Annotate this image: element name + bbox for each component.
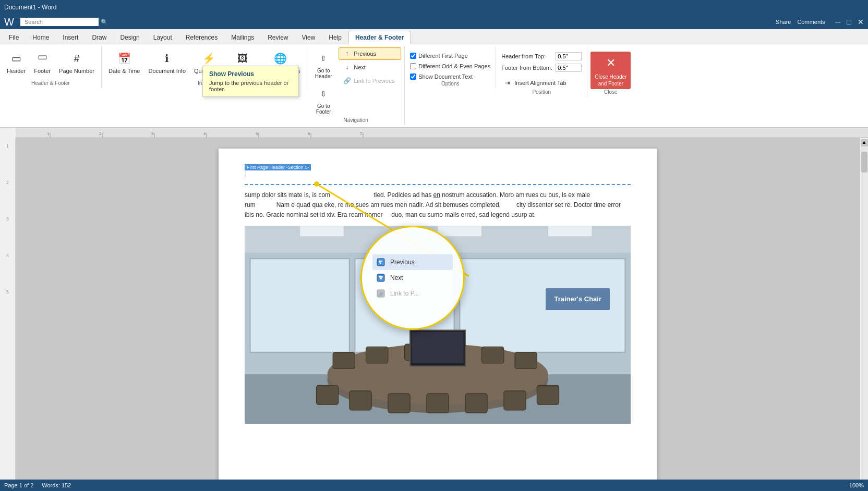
context-circle-menu: Previous Next <box>360 226 465 330</box>
footer-from-bottom-label: Footer from Bottom: <box>501 65 553 71</box>
share-btn[interactable]: Share <box>776 19 791 25</box>
document-info-button[interactable]: ℹ Document Info <box>144 47 189 77</box>
minimize-btn[interactable]: ─ <box>836 18 841 26</box>
go-to-footer-button[interactable]: ⇩ Go toFooter <box>310 83 336 117</box>
insert-alignment-tab-button[interactable]: ⇥ Insert Alignment Tab <box>499 77 584 89</box>
svg-rect-29 <box>366 347 388 363</box>
header-footer-group-label: Header & Footer <box>31 80 70 87</box>
link-to-previous-label: Link to Previous <box>354 78 394 84</box>
svg-rect-20 <box>250 259 349 352</box>
page-number-button[interactable]: # Page Number <box>55 47 98 77</box>
insert-alignment-tab-icon: ⇥ <box>503 78 512 88</box>
scroll-thumb[interactable] <box>861 152 867 173</box>
svg-rect-44 <box>377 274 384 281</box>
scroll-up-button[interactable]: ▲ <box>861 139 868 146</box>
link-to-previous-icon: 🔗 <box>342 76 352 85</box>
ribbon-group-position: Header from Top: Footer from Bottom: ⇥ I… <box>496 46 587 97</box>
header-section-label: First Page Header -Section 1- <box>245 164 311 170</box>
tab-references[interactable]: References <box>179 30 224 44</box>
ribbon: W 🔍 Share Comments ─ □ ✕ File Home Inser… <box>0 15 868 128</box>
maximize-btn[interactable]: □ <box>847 18 851 26</box>
close-header-footer-icon: ✕ <box>601 54 620 72</box>
show-document-text-checkbox[interactable]: Show Document Text <box>408 72 492 81</box>
context-next-label: Next <box>390 274 403 281</box>
options-group-label: Options <box>441 81 459 88</box>
tab-help[interactable]: Help <box>322 30 348 44</box>
go-to-header-button[interactable]: ⇧ Go toHeader <box>310 47 336 82</box>
next-button[interactable]: ↓ Next <box>339 61 401 73</box>
tab-insert[interactable]: Insert <box>56 30 85 44</box>
context-menu-previous[interactable]: Previous <box>372 254 453 270</box>
date-time-icon: 📅 <box>116 50 132 67</box>
cursor <box>246 169 246 177</box>
svg-text:5: 5 <box>256 131 258 136</box>
next-icon: ↓ <box>342 63 352 72</box>
context-menu-next[interactable]: Next <box>372 270 453 286</box>
tab-design[interactable]: Design <box>113 30 146 44</box>
previous-button[interactable]: ↑ Previous <box>339 47 401 60</box>
ruler: 1 2 3 4 5 6 7 <box>16 128 868 138</box>
tab-view[interactable]: View <box>295 30 322 44</box>
footer-button[interactable]: ▭ Footer <box>30 47 54 77</box>
header-section[interactable]: First Page Header -Section 1- <box>245 164 631 185</box>
context-menu-link-to-previous[interactable]: 🔗 Link to P... <box>372 286 453 301</box>
ribbon-group-close: ✕ Close Headerand Footer Close <box>587 46 634 97</box>
ribbon-content: ▭ Header ▭ Footer # Page Number Header &… <box>0 44 868 127</box>
tab-draw[interactable]: Draw <box>85 30 113 44</box>
ribbon-group-header-footer: ▭ Header ▭ Footer # Page Number Header &… <box>0 46 102 88</box>
svg-rect-43 <box>377 259 384 266</box>
margin-5: 5 <box>6 289 9 294</box>
comments-btn[interactable]: Comments <box>797 19 825 25</box>
header-label: Header <box>7 68 26 74</box>
tab-mailings[interactable]: Mailings <box>224 30 261 44</box>
different-odd-even-checkbox[interactable]: Different Odd & Even Pages <box>408 62 492 70</box>
tab-file[interactable]: File <box>2 30 26 44</box>
go-to-header-icon: ⇧ <box>315 50 332 67</box>
link-to-previous-button[interactable]: 🔗 Link to Previous <box>339 75 401 87</box>
header-from-top-field: Header from Top: <box>499 52 584 61</box>
body-paragraph: sump dolor sits mate is, is com tied. Pe… <box>245 190 631 220</box>
status-bar: Page 1 of 2 Words: 152 100% <box>0 480 868 491</box>
page-count: Page 1 of 2 <box>4 482 33 488</box>
tab-review[interactable]: Review <box>261 30 295 44</box>
svg-rect-39 <box>504 390 526 410</box>
document-info-label: Document Info <box>148 68 186 74</box>
tab-header-footer[interactable]: Header & Footer <box>348 31 411 44</box>
document-page: First Page Header -Section 1- sump dolor… <box>219 149 657 491</box>
tab-home[interactable]: Home <box>26 30 56 44</box>
search-icon[interactable]: 🔍 <box>101 19 108 26</box>
tab-layout[interactable]: Layout <box>147 30 179 44</box>
document-scroll-area[interactable]: Show Previous Jump to the previous heade… <box>16 138 860 491</box>
navigation-items: ⇧ Go toHeader ⇩ Go toFooter ↑ Previous ↓ <box>310 47 401 117</box>
trainer-chair-label: Trainer's Chair <box>546 288 610 310</box>
search-input[interactable] <box>20 18 99 26</box>
next-label: Next <box>354 64 366 70</box>
page-number-icon: # <box>68 50 85 67</box>
svg-rect-28 <box>333 352 355 369</box>
position-group-label: Position <box>532 89 551 96</box>
different-first-page-checkbox[interactable]: Different First Page <box>408 52 492 60</box>
ribbon-group-navigation: ⇧ Go toHeader ⇩ Go toFooter ↑ Previous ↓ <box>307 46 405 125</box>
pictures-icon: 🖼 <box>234 50 251 67</box>
date-time-button[interactable]: 📅 Date & Time <box>105 47 144 77</box>
svg-text:6: 6 <box>308 131 310 136</box>
close-window-btn[interactable]: ✕ <box>858 18 864 26</box>
word-logo[interactable]: W <box>4 16 14 28</box>
scrollbar-vertical[interactable]: ▲ ▼ <box>860 138 868 491</box>
go-to-footer-icon: ⇩ <box>315 85 332 102</box>
footer-from-bottom-input[interactable] <box>556 64 582 72</box>
title-bar: Document1 - Word <box>0 0 868 15</box>
close-group-label: Close <box>604 89 618 96</box>
quick-parts-icon: ⚡ <box>200 50 217 67</box>
svg-text:1: 1 <box>47 131 50 136</box>
close-header-footer-button[interactable]: ✕ Close Headerand Footer <box>590 52 631 89</box>
ribbon-group-options: Different First Page Different Odd & Eve… <box>405 46 496 89</box>
scroll-track[interactable] <box>861 146 868 491</box>
header-from-top-input[interactable] <box>556 52 582 60</box>
svg-text:2: 2 <box>99 131 102 136</box>
header-icon: ▭ <box>8 50 25 67</box>
context-previous-icon <box>376 257 386 267</box>
svg-text:7: 7 <box>360 131 363 136</box>
margin-2: 2 <box>6 180 9 185</box>
header-button[interactable]: ▭ Header <box>3 47 29 77</box>
